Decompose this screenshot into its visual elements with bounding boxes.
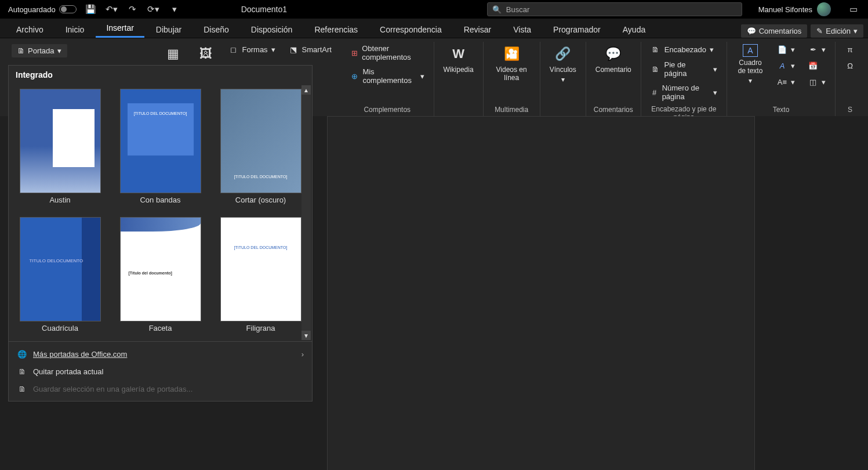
chevron-down-icon: ▾ — [749, 77, 752, 85]
cover-thumb — [220, 89, 302, 193]
chevron-down-icon: ▾ — [271, 45, 275, 54]
online-video-button[interactable]: 🎦Videos en línea — [489, 42, 534, 84]
datetime-button[interactable]: 📅 — [804, 58, 829, 73]
wikipedia-button[interactable]: WWikipedia — [440, 42, 477, 76]
cover-thumb — [20, 217, 101, 321]
tab-insertar[interactable]: Insertar — [96, 19, 144, 38]
tab-disposicion[interactable]: Disposición — [241, 20, 303, 38]
cover-thumb — [120, 89, 201, 193]
portada-label: Portada — [28, 46, 55, 55]
wordart-button[interactable]: A▾ — [773, 58, 798, 73]
user-name: Manuel Sifontes — [758, 5, 812, 14]
sync-icon[interactable]: ⟳▾ — [147, 3, 160, 16]
tab-referencias[interactable]: Referencias — [304, 20, 368, 38]
chevron-down-icon: ▾ — [420, 72, 424, 81]
comments-label: Comentarios — [759, 27, 802, 35]
object-icon: ◫ — [808, 77, 818, 87]
page-number-button[interactable]: #Número de página▾ — [647, 81, 721, 103]
portada-button[interactable]: 🗎 Portada ▾ — [12, 44, 67, 57]
group-texto-label: Texto — [733, 104, 829, 117]
tab-diseno[interactable]: Diseño — [193, 20, 239, 38]
pencil-icon: ✎ — [816, 27, 823, 35]
save-gallery-icon: 🗎 — [17, 384, 27, 394]
scroll-down-icon[interactable]: ▼ — [302, 331, 311, 340]
search-icon: 🔍 — [492, 5, 502, 14]
remove-page-icon: 🗎 — [17, 366, 27, 377]
footer-icon: 🗎 — [651, 64, 661, 74]
remove-cover[interactable]: 🗎 Quitar portada actual — [9, 363, 312, 380]
date-icon: 📅 — [808, 60, 818, 71]
parts-icon: 📄 — [777, 44, 787, 55]
cover-thumb — [220, 217, 302, 321]
dropdown-header: Integrado — [9, 66, 312, 84]
cover-faceta[interactable]: Faceta — [116, 217, 205, 337]
document-title: Documento1 — [241, 5, 287, 14]
toggle-switch-icon[interactable] — [59, 5, 77, 13]
scroll-up-icon[interactable]: ▲ — [302, 85, 311, 95]
redo-icon[interactable]: ↷ — [126, 3, 139, 16]
portada-dropdown: Integrado Austin Con bandas Cortar (oscu… — [8, 65, 313, 402]
autosave-toggle[interactable]: Autoguardado — [8, 5, 77, 14]
group-multimedia-label: Multimedia — [489, 104, 534, 117]
undo-icon[interactable]: ↶▾ — [106, 3, 118, 16]
comment-button[interactable]: 💬Comentario — [592, 42, 635, 76]
tab-inicio[interactable]: Inicio — [55, 20, 95, 38]
group-comentarios-label: Comentarios — [592, 104, 635, 117]
symbol-button[interactable]: Ω — [841, 58, 859, 73]
pictures-button[interactable]: 🖼 — [193, 42, 219, 66]
footer-button[interactable]: 🗎Pie de página▾ — [647, 58, 721, 80]
chevron-down-icon: ▾ — [713, 65, 717, 74]
search-input[interactable]: 🔍 Buscar — [487, 2, 742, 16]
links-button[interactable]: 🔗Vínculos▾ — [546, 42, 580, 86]
save-to-gallery: 🗎 Guardar selección en una galería de po… — [9, 380, 312, 397]
link-icon: 🔗 — [553, 44, 573, 64]
tab-ayuda[interactable]: Ayuda — [612, 20, 656, 38]
cover-cortar-oscuro[interactable]: Cortar (oscuro) — [216, 89, 305, 209]
dropcap-button[interactable]: A≡▾ — [773, 74, 798, 89]
edit-mode-button[interactable]: ✎ Edición ▾ — [811, 24, 863, 38]
title-bar: Autoguardado 💾 ↶▾ ↷ ⟳▾ ▾ Documento1 🔍 Bu… — [0, 0, 868, 19]
group-symbols-label: S — [841, 104, 859, 117]
save-icon[interactable]: 💾 — [85, 3, 97, 16]
overflow-icon[interactable]: ▾ — [168, 3, 181, 16]
chevron-right-icon: › — [302, 350, 304, 359]
edit-label: Edición — [826, 27, 851, 35]
globe-icon: 🌐 — [17, 349, 27, 359]
get-addins-button[interactable]: ⊞Obtener complementos — [347, 42, 428, 64]
cover-austin[interactable]: Austin — [16, 89, 104, 209]
table-button[interactable]: ▦ — [160, 42, 187, 66]
shapes-icon: ◻ — [228, 44, 239, 55]
user-account[interactable]: Manuel Sifontes — [758, 2, 831, 16]
object-button[interactable]: ◫▾ — [804, 74, 829, 89]
tab-dibujar[interactable]: Dibujar — [146, 20, 192, 38]
pagenum-icon: # — [651, 87, 659, 97]
tab-programador[interactable]: Programador — [543, 20, 611, 38]
chevron-down-icon: ▾ — [710, 45, 714, 54]
shapes-button[interactable]: ◻Formas▾ — [225, 42, 279, 57]
more-covers-office[interactable]: 🌐 Más portadas de Office.com › — [9, 345, 312, 363]
gallery-scrollbar[interactable]: ▲ ▼ — [302, 85, 311, 340]
tab-revisar[interactable]: Revisar — [453, 20, 502, 38]
equation-button[interactable]: π — [841, 42, 859, 57]
cover-con-bandas[interactable]: Con bandas — [116, 89, 205, 209]
cover-filigrana[interactable]: Filigrana — [216, 217, 305, 337]
tab-vista[interactable]: Vista — [503, 20, 542, 38]
quick-parts-button[interactable]: 📄▾ — [773, 42, 798, 57]
tab-correspondencia[interactable]: Correspondencia — [369, 20, 452, 38]
chevron-down-icon: ▾ — [57, 46, 61, 55]
tab-archivo[interactable]: Archivo — [6, 20, 54, 38]
textbox-button[interactable]: ACuadro de texto▾ — [733, 42, 768, 87]
page-icon: 🗎 — [17, 46, 25, 55]
ribbon-tabs: Archivo Inicio Insertar Dibujar Diseño D… — [0, 19, 868, 38]
signature-icon: ✒ — [808, 44, 818, 55]
cover-cuadricula[interactable]: Cuadrícula — [16, 217, 104, 337]
my-addins-button[interactable]: ⊕Mis complementos▾ — [347, 65, 428, 87]
wikipedia-icon: W — [449, 44, 468, 64]
smartart-button[interactable]: ⬔SmartArt — [285, 42, 335, 57]
window-mode-icon[interactable]: ▭ — [847, 3, 860, 16]
page[interactable] — [327, 116, 755, 470]
header-button[interactable]: 🗎Encabezado▾ — [647, 42, 721, 57]
signature-button[interactable]: ✒▾ — [804, 42, 829, 57]
dropcap-icon: A≡ — [777, 77, 787, 87]
comments-button[interactable]: 💬 Comentarios — [741, 24, 808, 38]
